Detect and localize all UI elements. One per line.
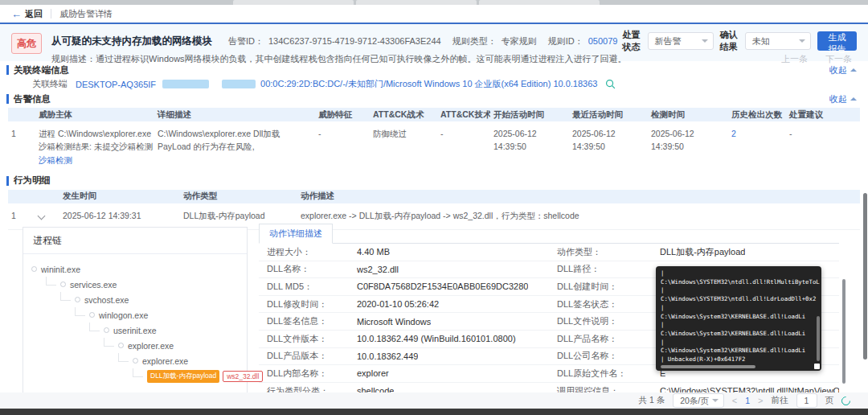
process-node[interactable]: services.exe — [46, 277, 242, 292]
page-unit-label: 页 — [825, 395, 834, 406]
process-node[interactable]: winlogon.exe — [75, 307, 242, 323]
generate-report-button[interactable]: 生成报告 — [817, 31, 857, 51]
terminal-collapse-button[interactable]: 收起 — [829, 64, 857, 76]
refresh-icon[interactable] — [840, 394, 853, 407]
rule-desc: 规则描述：通过进程标识Windows网络模块的负载，其中创建线程栈包含指向任何已… — [51, 53, 627, 65]
goto-page-input[interactable] — [796, 393, 817, 408]
bottom-dark-bar — [0, 409, 868, 415]
kv-key: DLL内部名称： — [267, 368, 357, 380]
col-attck-technique: ATT&CK技术 — [437, 109, 490, 121]
tooltip-vertical-scrollbar[interactable] — [817, 316, 820, 361]
cell-threat-subject: 进程 C:\Windows\explorer.exe 沙箱检测结果: 未提交沙箱… — [35, 121, 154, 172]
terminal-hostname-link[interactable]: DESKTOP-AQ365IF — [76, 80, 156, 89]
process-name: userinit.exe — [113, 326, 157, 335]
tooltip-horizontal-scrollbar[interactable] — [661, 365, 755, 368]
chevron-up-icon — [850, 97, 857, 101]
rule-type-label: 规则类型： — [452, 35, 497, 47]
cell-last-time: 2025-06-12 14:39:50 — [569, 121, 648, 172]
prev-page-button[interactable]: < — [732, 396, 737, 405]
confirm-result-label: 确认结果 — [720, 29, 739, 53]
process-name: winlogon.exe — [99, 310, 148, 320]
kv-key: DLL创建时间： — [557, 281, 660, 293]
process-node[interactable]: userinit.exe — [89, 323, 242, 338]
cell-detail-desc: C:\Windows\explorer.exe Dll加载PayLoad 的行为… — [154, 121, 315, 172]
process-name: services.exe — [70, 280, 117, 290]
detection-node: DLL加载-内存payloadws2_32.dll — [133, 368, 242, 384]
kv-value: 4.40 MB — [357, 247, 390, 257]
stack-frame: C:\Windows\System32\KERNELBASE.dll!LoadL… — [661, 347, 817, 355]
alarm-table: 威胁主体 详细描述 威胁特征 ATT&CK战术 ATT&CK技术 开始活动时间 … — [8, 108, 860, 172]
page-size-select[interactable]: 20条/页 — [673, 393, 724, 408]
goto-label: 前往 — [772, 395, 788, 406]
section-accent-bar — [6, 176, 9, 186]
chevron-down-icon — [712, 399, 719, 402]
back-arrow-icon: ← — [11, 8, 22, 20]
current-page[interactable]: 1 — [745, 396, 750, 405]
back-button[interactable]: ← 返回 — [11, 8, 43, 20]
col-action-desc: 动作描述 — [297, 191, 860, 202]
kv-value: explorer — [357, 368, 389, 378]
rule-id-link[interactable]: 050079 — [588, 36, 618, 46]
col-detail-desc: 详细描述 — [154, 109, 315, 121]
process-node[interactable]: svchost.exe — [60, 292, 242, 307]
chevron-down-icon — [702, 39, 708, 43]
cell-advice: - — [786, 121, 860, 172]
kv-value: ws2_32.dll — [357, 265, 399, 274]
action-type-badge[interactable]: DLL加载-内存payload — [147, 370, 219, 383]
node-dot-icon — [104, 327, 109, 333]
process-node[interactable]: wininit.exe — [31, 261, 242, 277]
stack-connector: | — [661, 321, 817, 330]
next-page-button[interactable]: > — [758, 396, 763, 405]
stack-connector: | — [661, 269, 817, 278]
behavior-section-title: 行为明细 — [14, 175, 51, 187]
stack-connector: | — [661, 339, 817, 347]
cell-threat-feature: - — [315, 121, 370, 172]
kv-key: DLL文件说明： — [557, 315, 660, 327]
kv-key: DLL文件版本： — [267, 333, 357, 345]
kv-key: 动作类型： — [557, 246, 660, 258]
process-node[interactable]: explorer.exe — [104, 338, 242, 353]
page-title: 威胁告警详情 — [59, 8, 113, 20]
tree-elbow — [75, 307, 85, 316]
stack-frame: C:\Windows\SYSTEM32\ntdll.dll!LdrLoadDll… — [661, 295, 817, 304]
page-size-value: 20条/页 — [680, 396, 709, 405]
terminal-label: 关联终端 — [32, 78, 68, 90]
tree-elbow — [133, 368, 143, 377]
node-dot-icon — [60, 281, 66, 287]
col-detect-time: 检测时间 — [648, 109, 728, 121]
page-vertical-scrollbar[interactable] — [863, 193, 867, 360]
sandbox-detect-link[interactable]: 沙箱检测 — [39, 155, 72, 165]
process-name: explorer.exe — [142, 356, 188, 366]
history-count-link[interactable]: 2 — [731, 129, 736, 138]
total-count: 共 1 条 — [638, 395, 665, 406]
kv-key: DLL公司名称： — [557, 350, 660, 362]
panel-vertical-scrollbar[interactable] — [842, 279, 845, 384]
col-history-count: 历史检出次数 — [728, 109, 786, 121]
alarm-collapse-button[interactable]: 收起 — [829, 93, 857, 105]
tab-action-detail[interactable]: 动作详细描述 — [259, 224, 333, 244]
col-attck-tactic: ATT&CK战术 — [370, 109, 437, 121]
search-icon[interactable] — [605, 79, 616, 89]
rule-type-value: 专家规则 — [502, 35, 537, 47]
summary-row-2: 规则描述：通过进程标识Windows网络模块的负载，其中创建线程栈包含指向任何已… — [51, 53, 857, 65]
rule-id-label: 规则ID： — [548, 35, 583, 47]
rule-desc-text: 通过进程标识Windows网络模块的负载，其中创建线程栈包含指向任何已知可执行映… — [96, 54, 627, 64]
process-node[interactable]: explorer.exe — [118, 353, 242, 368]
summary-controls: 处置状态 新告警 确认结果 未知 生成报告 — [622, 29, 857, 53]
behavior-section-header: 行为明细 — [0, 175, 868, 187]
tooltip-scroll-corner — [814, 364, 820, 369]
terminal-section-header: 关联终端信息 收起 — [0, 64, 868, 76]
kv-key: DLL修改时间： — [267, 298, 357, 310]
section-accent-bar — [6, 65, 9, 75]
col-start-time: 开始活动时间 — [490, 109, 569, 121]
prev-record-button[interactable]: 上一条 — [781, 53, 808, 65]
terminal-row: 关联终端 DESKTOP-AQ365IF 00:0C:29:2D:BC:DC/-… — [0, 78, 868, 90]
tree-elbow — [46, 277, 56, 286]
subject-process: 进程 C:\Windows\explorer.exe — [39, 127, 151, 140]
subject-sandbox-result: 沙箱检测结果: 未提交沙箱检测 — [39, 140, 151, 153]
nav-divider — [51, 9, 51, 18]
dll-name-badge[interactable]: ws2_32.dll — [223, 371, 263, 382]
confirm-result-select[interactable]: 未知 — [745, 32, 811, 50]
dispose-status-select[interactable]: 新告警 — [648, 32, 714, 50]
col-advice: 处置建议 — [786, 109, 860, 121]
